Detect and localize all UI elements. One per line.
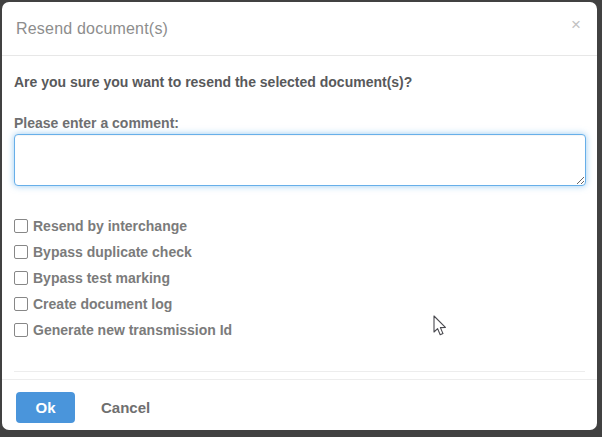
checkbox-row-bypass-duplicate-check[interactable]: Bypass duplicate check	[14, 239, 585, 265]
checkbox-label[interactable]: Bypass test marking	[33, 270, 170, 286]
ok-button[interactable]: Ok	[16, 392, 75, 423]
checkbox-row-create-document-log[interactable]: Create document log	[14, 291, 585, 317]
checkbox-row-bypass-test-marking[interactable]: Bypass test marking	[14, 265, 585, 291]
checkbox-label[interactable]: Resend by interchange	[33, 218, 187, 234]
checkbox-row-resend-by-interchange[interactable]: Resend by interchange	[14, 213, 585, 239]
confirmation-question: Are you sure you want to resend the sele…	[14, 75, 585, 90]
dialog-header: Resend document(s) ×	[2, 2, 597, 56]
close-icon[interactable]: ×	[571, 16, 581, 33]
bypass-test-marking-checkbox[interactable]	[14, 271, 28, 285]
checkbox-label[interactable]: Bypass duplicate check	[33, 244, 192, 260]
checkbox-row-generate-new-transmission-id[interactable]: Generate new transmission Id	[14, 317, 585, 343]
create-document-log-checkbox[interactable]	[14, 297, 28, 311]
generate-new-transmission-id-checkbox[interactable]	[14, 323, 28, 337]
dialog-title: Resend document(s)	[16, 20, 168, 38]
dialog-body: Are you sure you want to resend the sele…	[2, 56, 597, 372]
checkbox-label[interactable]: Create document log	[33, 296, 172, 312]
checkbox-label[interactable]: Generate new transmission Id	[33, 322, 232, 338]
comment-label: Please enter a comment:	[14, 116, 585, 131]
resend-by-interchange-checkbox[interactable]	[14, 219, 28, 233]
body-divider	[14, 371, 585, 372]
options-checkbox-group: Resend by interchange Bypass duplicate c…	[14, 213, 585, 343]
comment-textarea[interactable]	[14, 134, 586, 186]
resend-documents-dialog: Resend document(s) × Are you sure you wa…	[2, 2, 597, 430]
cancel-button[interactable]: Cancel	[101, 399, 150, 416]
dialog-footer: Ok Cancel	[2, 379, 597, 423]
bypass-duplicate-check-checkbox[interactable]	[14, 245, 28, 259]
